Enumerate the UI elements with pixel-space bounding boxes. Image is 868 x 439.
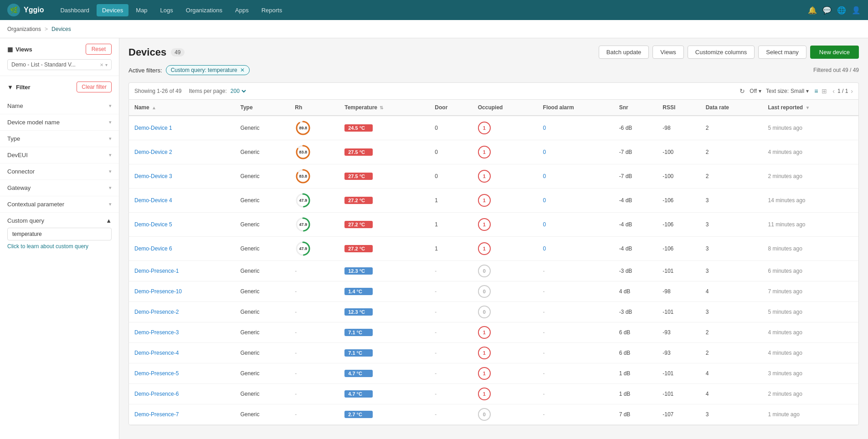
cell-rh: - <box>289 343 339 363</box>
col-rssi[interactable]: RSSI <box>657 100 700 116</box>
col-type[interactable]: Type <box>235 100 289 116</box>
nav-map[interactable]: Map <box>130 4 153 16</box>
col-flood-alarm[interactable]: Flood alarm <box>538 100 614 116</box>
cell-temperature: 2.7 °C <box>339 404 429 425</box>
cell-temperature: 4.7 °C <box>339 363 429 384</box>
cell-door: 1 <box>429 189 472 213</box>
chevron-down-icon[interactable]: ▾ <box>105 62 108 67</box>
nav-reports[interactable]: Reports <box>256 4 288 16</box>
breadcrumb-organizations[interactable]: Organizations <box>7 26 41 32</box>
col-snr[interactable]: Snr <box>614 100 657 116</box>
filter-deveui[interactable]: DevEUI ▾ <box>0 147 119 163</box>
col-data-rate[interactable]: Data rate <box>700 100 763 116</box>
view-selector[interactable]: Demo - List - Standard V... ✕ ▾ <box>7 59 112 70</box>
filter-device-model-name[interactable]: Device model name ▾ <box>0 114 119 131</box>
cell-rssi: -98 <box>657 281 700 302</box>
cell-datarate: 3 <box>700 189 763 213</box>
items-per-page: Items per page: 200 50 100 <box>189 87 247 95</box>
cell-last-reported: 5 minutes ago <box>762 302 858 322</box>
filter-tag-remove-icon[interactable]: ✕ <box>240 67 245 73</box>
chevron-down-icon: ▾ <box>109 103 112 109</box>
reset-button[interactable]: Reset <box>86 44 112 55</box>
customize-columns-button[interactable]: Customize columns <box>688 46 755 59</box>
cell-last-reported: 2 minutes ago <box>762 384 858 404</box>
filter-gateway[interactable]: Gateway ▾ <box>0 180 119 196</box>
cell-last-reported: 7 minutes ago <box>762 281 858 302</box>
nav-organizations[interactable]: Organizations <box>180 4 228 16</box>
user-icon[interactable]: 👤 <box>852 6 861 15</box>
cell-type: Generic <box>235 237 289 261</box>
cell-name: Demo-Device 4 <box>129 189 235 213</box>
cell-datarate: 2 <box>700 116 763 140</box>
filter-contextual-parameter[interactable]: Contextual parameter ▾ <box>0 196 119 213</box>
cell-datarate: 2 <box>700 140 763 164</box>
page-header: Devices 49 Batch update Views Customize … <box>128 46 859 59</box>
cell-flood: 0 <box>538 140 614 164</box>
cell-last-reported: 14 minutes ago <box>762 189 858 213</box>
nav-logs[interactable]: Logs <box>155 4 179 16</box>
cell-temperature: 27.2 °C <box>339 189 429 213</box>
nav-devices[interactable]: Devices <box>97 4 128 16</box>
custom-query-help-link[interactable]: Click to learn about custom query <box>7 243 112 250</box>
list-view-icon[interactable]: ≡ <box>813 87 819 96</box>
table-row[interactable]: Demo-Device 2 Generic 83.8 27.5 °C 0 1 0… <box>129 140 858 164</box>
filter-name[interactable]: Name ▾ <box>0 98 119 114</box>
table-row[interactable]: Demo-Device 3 Generic 83.8 27.5 °C 0 1 0… <box>129 164 858 189</box>
messages-icon[interactable]: 💬 <box>822 6 832 15</box>
filter-deveui-label: DevEUI <box>7 152 28 158</box>
text-size-selector[interactable]: Text size: Small ▾ <box>766 88 809 94</box>
col-door[interactable]: Door <box>429 100 472 116</box>
new-device-button[interactable]: New device <box>810 46 859 59</box>
table-row[interactable]: Demo-Presence-4 Generic - 7.1 °C - 1 - 6… <box>129 343 858 363</box>
table-row[interactable]: Demo-Presence-5 Generic - 4.7 °C - 1 - 1… <box>129 363 858 384</box>
col-occupied[interactable]: Occupied <box>473 100 538 116</box>
table-row[interactable]: Demo-Presence-2 Generic - 12.3 °C - 0 - … <box>129 302 858 322</box>
filter-type[interactable]: Type ▾ <box>0 131 119 147</box>
cell-name: Demo-Presence-5 <box>129 363 235 384</box>
col-name[interactable]: Name ▲ <box>129 100 235 116</box>
nav-dashboard[interactable]: Dashboard <box>55 4 95 16</box>
cell-rh: 83.8 <box>289 140 339 164</box>
next-page-button[interactable]: › <box>851 87 853 95</box>
cell-datarate: 4 <box>700 281 763 302</box>
prev-page-button[interactable]: ‹ <box>832 87 835 95</box>
cell-snr: 7 dB <box>614 404 657 425</box>
col-rh[interactable]: Rh <box>289 100 339 116</box>
table-row[interactable]: Demo-Presence-1 Generic - 12.3 °C - 0 - … <box>129 261 858 281</box>
col-temperature[interactable]: Temperature ⇅ <box>339 100 429 116</box>
table-row[interactable]: Demo-Presence-7 Generic - 2.7 °C - 0 - 7… <box>129 404 858 425</box>
batch-update-button[interactable]: Batch update <box>599 46 649 59</box>
table-row[interactable]: Demo-Device 1 Generic 89.8 24.5 °C 0 1 0… <box>129 116 858 140</box>
grid-view-icon[interactable]: ⊞ <box>821 87 828 96</box>
table-row[interactable]: Demo-Presence-6 Generic - 4.7 °C - 1 - 1… <box>129 384 858 404</box>
refresh-button[interactable]: ↻ <box>740 87 745 95</box>
globe-icon[interactable]: 🌐 <box>837 6 846 15</box>
auto-off-toggle[interactable]: Off ▾ <box>750 88 761 94</box>
table-row[interactable]: Demo-Presence-3 Generic - 7.1 °C - 1 - 6… <box>129 322 858 343</box>
filter-connector[interactable]: Connector ▾ <box>0 163 119 180</box>
sort-desc-icon: ▼ <box>806 105 810 110</box>
nav-apps[interactable]: Apps <box>230 4 254 16</box>
close-icon[interactable]: ✕ <box>100 62 103 67</box>
clear-filter-button[interactable]: Clear filter <box>77 82 112 92</box>
notifications-icon[interactable]: 🔔 <box>808 6 817 15</box>
custom-query-header[interactable]: Custom query ▲ <box>7 217 112 224</box>
text-size-label: Text size: <box>766 88 789 94</box>
items-per-page-select[interactable]: 200 50 100 <box>229 87 247 95</box>
table-row[interactable]: Demo-Presence-10 Generic - 1.4 °C - 0 - … <box>129 281 858 302</box>
custom-query-input[interactable] <box>7 228 112 240</box>
table-row[interactable]: Demo-Device 4 Generic 47.9 27.2 °C 1 1 0… <box>129 189 858 213</box>
select-many-button[interactable]: Select many <box>758 46 806 59</box>
cell-occupied: 0 <box>473 281 538 302</box>
app-logo[interactable]: 🌿 Yggio <box>7 4 44 16</box>
cell-flood: - <box>538 384 614 404</box>
table-row[interactable]: Demo-Device 6 Generic 47.9 27.2 °C 1 1 0… <box>129 237 858 261</box>
cell-occupied: 1 <box>473 189 538 213</box>
col-last-reported[interactable]: Last reported ▼ <box>762 100 858 116</box>
cell-temperature: 12.3 °C <box>339 261 429 281</box>
table-row[interactable]: Demo-Device 5 Generic 47.9 27.2 °C 1 1 0… <box>129 213 858 237</box>
cell-datarate: 2 <box>700 322 763 343</box>
views-button[interactable]: Views <box>652 46 683 59</box>
cell-last-reported: 5 minutes ago <box>762 116 858 140</box>
custom-query-section: Custom query ▲ Click to learn about cust… <box>0 213 119 254</box>
